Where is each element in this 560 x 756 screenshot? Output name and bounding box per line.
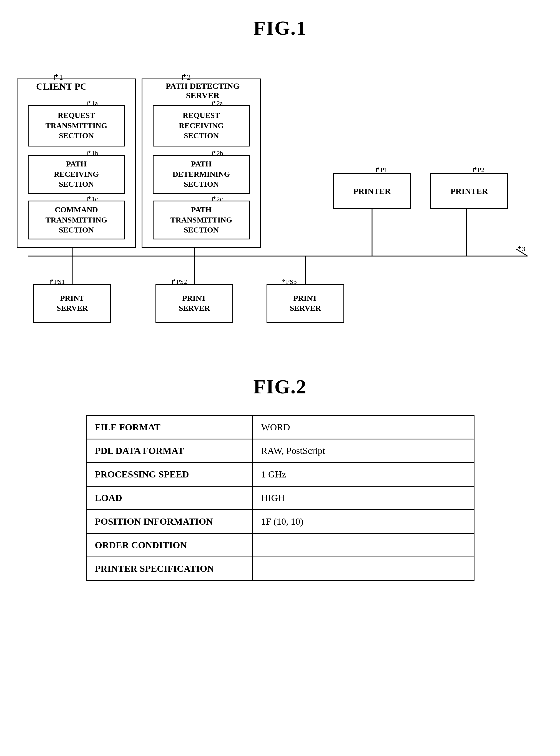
table-row: ORDER CONDITION [86,533,474,557]
marker-p2: ↱P2 [472,166,484,174]
fig1-title: FIG.1 [0,0,560,56]
section-2a: REQUESTRECEIVINGSECTION [153,105,250,146]
table-key-cell: LOAD [86,486,253,510]
marker-3: ↱3 [516,245,525,253]
table-row: FILE FORMATWORD [86,416,474,439]
table-row: PRINTER SPECIFICATION [86,557,474,581]
table-key-cell: PROCESSING SPEED [86,463,253,486]
section-2b: PATHDETERMININGSECTION [153,155,250,194]
section-1a: REQUESTTRANSMITTINGSECTION [28,105,125,146]
table-row: PROCESSING SPEED1 GHz [86,463,474,486]
print-server-ps3: PRINTSERVER [266,284,344,323]
table-value-cell: WORD [253,416,474,439]
table-key-cell: POSITION INFORMATION [86,510,253,533]
table-key-cell: PRINTER SPECIFICATION [86,557,253,581]
table-value-cell: 1F (10, 10) [253,510,474,533]
section-1b: PATHRECEIVINGSECTION [28,155,125,194]
marker-2b: ↱2b [211,149,223,157]
section-1c: COMMANDTRANSMITTINGSECTION [28,201,125,239]
marker-2c: ↱2c [211,195,223,203]
marker-2a: ↱2a [211,99,223,107]
marker-p1: ↱P1 [375,166,387,174]
path-server-label: PATH DETECTINGSERVER [150,81,256,100]
table-row: POSITION INFORMATION1F (10, 10) [86,510,474,533]
table-row: PDL DATA FORMATRAW, PostScript [86,439,474,463]
table-key-cell: ORDER CONDITION [86,533,253,557]
print-server-ps1: PRINTSERVER [33,284,111,323]
marker-1b: ↱1b [86,149,98,157]
table-row: LOADHIGH [86,486,474,510]
table-key-cell: FILE FORMAT [86,416,253,439]
diagram-fig1: CLIENT PC ↱1 REQUESTTRANSMITTINGSECTION … [0,56,560,348]
table-value-cell: RAW, PostScript [253,439,474,463]
section-2c: PATHTRANSMITTINGSECTION [153,201,250,239]
marker-ps2: ↱PS2 [171,278,187,286]
table-key-cell: PDL DATA FORMAT [86,439,253,463]
marker-ps3: ↱PS3 [280,278,297,286]
client-pc-label: CLIENT PC [36,81,87,92]
fig2-table: FILE FORMATWORDPDL DATA FORMATRAW, PostS… [86,415,475,581]
fig2-title: FIG.2 [253,375,306,398]
printer-p1: PRINTER [333,173,411,209]
marker-2: ↱2 [180,72,191,82]
marker-1c: ↱1c [86,195,98,203]
print-server-ps2: PRINTSERVER [156,284,233,323]
marker-ps1: ↱PS1 [48,278,65,286]
table-value-cell: HIGH [253,486,474,510]
marker-1: ↱1 [53,72,63,82]
printer-p2: PRINTER [431,173,508,209]
marker-1a: ↱1a [86,99,98,107]
table-value-cell: 1 GHz [253,463,474,486]
table-value-cell [253,533,474,557]
fig2-section: FIG.2 FILE FORMATWORDPDL DATA FORMATRAW,… [0,375,560,581]
table-value-cell [253,557,474,581]
